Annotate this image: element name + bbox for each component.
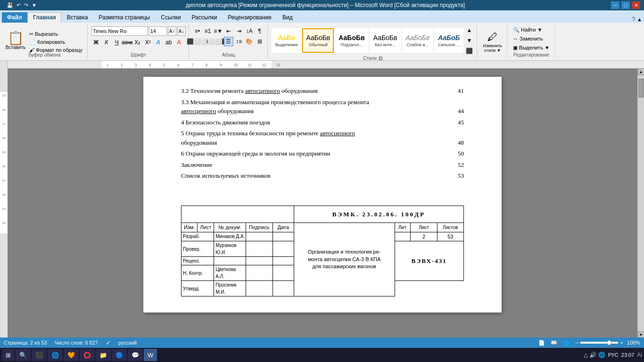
scroll-down-button[interactable]: ▼: [638, 331, 644, 338]
minimize-ribbon-icon[interactable]: ▲: [637, 16, 642, 22]
style-weak[interactable]: АаБоБв Слабое в...: [402, 28, 433, 53]
style-highlight[interactable]: АаБо Выделение: [272, 28, 302, 53]
close-button[interactable]: ✕: [632, 1, 640, 9]
doc-title-line1: Организация и технология ре-: [308, 249, 381, 255]
styles-expand-icon[interactable]: ⊡: [379, 56, 382, 61]
justify-button[interactable]: ☰: [224, 37, 233, 46]
toc-text-33-line2: автосцепного оборудования 44: [181, 107, 464, 116]
strikethrough-button[interactable]: зачк: [123, 38, 132, 47]
liter-value: [395, 232, 411, 241]
font-size-input[interactable]: [149, 26, 167, 36]
horizontal-ruler: 1 2 3 4 5 6 7 8 9 10 11 12 13: [8, 61, 644, 68]
minimize-button[interactable]: ─: [611, 1, 619, 9]
decrease-font-button[interactable]: A↓: [177, 26, 186, 36]
task-view-button[interactable]: ⬛: [32, 349, 47, 361]
folder-button[interactable]: 📁: [96, 349, 111, 361]
style-normal[interactable]: АаБоБв Обычный: [302, 28, 334, 53]
copy-button[interactable]: 📄 Копировать: [27, 38, 84, 46]
tab-home[interactable]: Главная: [28, 12, 61, 23]
zoom-slider[interactable]: [580, 342, 618, 344]
multilevel-button[interactable]: ≡▼: [214, 26, 223, 36]
tab-review[interactable]: Рецензирование: [223, 12, 277, 23]
tab-references[interactable]: Ссылки: [156, 12, 186, 23]
align-left-button[interactable]: ⬛⬜⬜: [193, 37, 202, 46]
row-recenz-name: [214, 257, 246, 265]
zoom-thumb[interactable]: [607, 340, 611, 345]
search-button[interactable]: 🔍: [16, 349, 31, 361]
font-color-button[interactable]: A: [174, 38, 184, 47]
redo-icon[interactable]: ↷: [23, 2, 29, 8]
italic-button[interactable]: К: [102, 38, 111, 47]
scroll-thumb[interactable]: [638, 79, 644, 98]
help-icon[interactable]: ?: [632, 16, 635, 23]
word-button[interactable]: W: [144, 349, 157, 361]
status-right: 📄 📖 🌐 ─ + 100%: [538, 340, 640, 346]
font-group: A↑ A↓ Ж К Ч зачк X₂ X² A ab A Шрифт: [89, 25, 189, 58]
view-print-icon[interactable]: 📄: [538, 340, 545, 346]
styles-scroll-down[interactable]: ▼: [464, 36, 474, 45]
increase-font-button[interactable]: A↑: [168, 26, 176, 36]
underline-button[interactable]: Ч: [112, 38, 122, 47]
tab-file[interactable]: Файл: [2, 12, 27, 23]
start-button[interactable]: ⊞: [2, 349, 15, 361]
line-spacing-button[interactable]: ↕≡: [234, 37, 244, 46]
save-icon[interactable]: 💾: [6, 2, 14, 8]
show-marks-button[interactable]: ¶: [255, 26, 264, 36]
style-no-interval[interactable]: АаБоБв Без инте...: [370, 28, 401, 53]
ai-label: Ai: [637, 352, 642, 358]
tab-mailings[interactable]: Рассылки: [186, 12, 222, 23]
style-strong[interactable]: АаБоБ Сильное ...: [434, 28, 463, 53]
svg-text:6: 6: [177, 63, 179, 67]
decrease-indent-button[interactable]: ⇤: [224, 26, 233, 36]
align-right-button[interactable]: ⬜⬜⬛: [214, 37, 223, 46]
zoom-in-button[interactable]: +: [620, 340, 623, 346]
zoom-out-button[interactable]: ─: [575, 340, 579, 346]
font-name-input[interactable]: [91, 26, 148, 36]
tab-layout[interactable]: Разметка страницы: [93, 12, 155, 23]
edge-button[interactable]: 🌐: [48, 349, 63, 361]
tab-insert[interactable]: Вставка: [62, 12, 93, 23]
skype-button[interactable]: 💬: [128, 349, 143, 361]
bullets-button[interactable]: ≡•: [193, 26, 202, 36]
styles-group: АаБо Выделение АаБоБв Обычный АаБоБв Под…: [269, 25, 478, 58]
borders-button[interactable]: ⊞: [255, 37, 264, 46]
cut-button[interactable]: ✂ Вырезать: [27, 30, 84, 38]
sort-button[interactable]: ↕A: [245, 26, 254, 36]
change-styles-button[interactable]: 🖊 Изменитьстили ▼: [481, 29, 504, 55]
view-web-icon[interactable]: 🌐: [563, 340, 570, 346]
page-area[interactable]: 3.2 Технология ремонта автосцепного обор…: [8, 68, 637, 338]
subscript-button[interactable]: X₂: [133, 38, 142, 47]
bold-button[interactable]: Ж: [91, 38, 101, 47]
toc-text-5-line2: оборудования 48: [181, 138, 464, 148]
shading-button[interactable]: 🎨: [245, 37, 254, 46]
tray-area[interactable]: △ 🔊 🌐: [584, 352, 605, 358]
increase-indent-button[interactable]: ⇥: [234, 26, 244, 36]
para-row1: ≡• ≡1 ≡▼ ⇤ ⇥ ↕A ¶: [193, 26, 264, 36]
paste-button[interactable]: 📋 Вставить: [5, 30, 26, 54]
chrome-button[interactable]: 🔵: [112, 349, 127, 361]
opera-button[interactable]: ⭕: [80, 349, 95, 361]
toc-page-33: 44: [445, 107, 464, 116]
doc-title-line2: монта автосцепки СА-3 В КПА: [308, 256, 380, 262]
superscript-button[interactable]: X²: [143, 38, 153, 47]
replace-button[interactable]: ↔ Заменить: [511, 34, 545, 43]
style-subtitle[interactable]: АаБоБв Подзагол...: [335, 28, 368, 53]
highlight-button[interactable]: ab: [164, 38, 173, 47]
language-indicator[interactable]: РУС: [608, 352, 619, 358]
svg-text:11: 11: [248, 63, 252, 67]
styles-expand[interactable]: ⬛: [464, 46, 474, 56]
styles-scroll-up[interactable]: ▲: [464, 25, 474, 35]
ribbon: Файл Главная Вставка Разметка страницы С…: [0, 10, 644, 61]
numbering-button[interactable]: ≡1: [203, 26, 213, 36]
view-read-icon[interactable]: 📖: [551, 340, 557, 346]
customize-qa-icon[interactable]: ▼: [31, 2, 38, 8]
text-effects-button[interactable]: A: [154, 38, 163, 47]
select-button[interactable]: ▣ Выделить ▼: [511, 43, 552, 52]
maximize-button[interactable]: □: [621, 1, 630, 9]
language: русский: [118, 340, 137, 346]
ie-button[interactable]: 🧡: [64, 349, 79, 361]
tab-view[interactable]: Вид: [277, 12, 298, 23]
find-button[interactable]: 🔍 Найти ▼: [511, 25, 544, 34]
undo-icon[interactable]: ↶: [16, 2, 22, 8]
scroll-up-button[interactable]: ▲: [638, 68, 644, 75]
